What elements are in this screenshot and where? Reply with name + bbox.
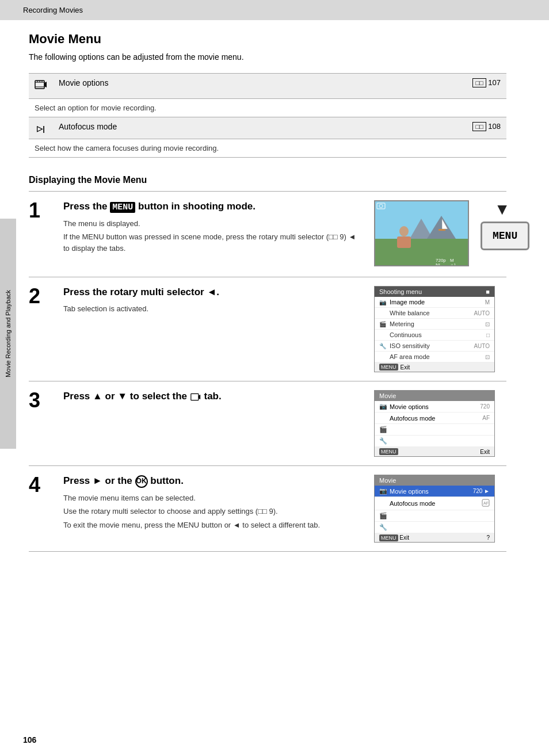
movie-menu-1-header: Movie (375, 391, 494, 401)
side-tab: Movie Recording and Playback (0, 219, 16, 449)
step-1: 1 Press the MENU button in shooting mode… (29, 192, 506, 277)
step-4-content: Press ► or the OK button. The movie menu… (63, 475, 363, 533)
svg-rect-11 (439, 229, 445, 231)
main-content: Movie Menu The following options can be … (0, 20, 529, 575)
camera-screen-1: 720p M NL ☼} (374, 200, 469, 266)
scene-svg: 720p M NL ☼} (375, 201, 469, 266)
step-2-number: 2 (29, 286, 52, 307)
af-icon: ▷| (37, 124, 45, 133)
page-title: Movie Menu (29, 32, 506, 47)
step-1-title: Press the MENU button in shooting mode. (63, 200, 363, 213)
step-2-content: Press the rotary multi selector ◄. Tab s… (63, 286, 363, 317)
step-2-illustration: Shooting menu ■ 📷 Image mode M White bal… (374, 286, 506, 372)
options-table: Movie options □□ 107 Select an option fo… (29, 73, 506, 158)
movie-menu-2-item-af: Autofocus mode AF (375, 497, 494, 510)
shooting-menu-header: Shooting menu ■ (375, 287, 494, 297)
down-arrow-icon: ▼ (475, 200, 529, 219)
movie-menu-2-footer: MENU Exit ? (375, 533, 494, 542)
movie-menu-2-item-3: 🎬 (375, 510, 494, 522)
step-1-content: Press the MENU button in shooting mode. … (63, 200, 363, 256)
option-row-1-desc: Select an option for movie recording. (29, 99, 506, 117)
step-2: 2 Press the rotary multi selector ◄. Tab… (29, 277, 506, 381)
step-3: 3 Press ▲ or ▼ to select the tab. Movie (29, 381, 506, 466)
option-2-desc: Select how the camera focuses during mov… (29, 139, 506, 158)
step-2-title: Press the rotary multi selector ◄. (63, 286, 363, 299)
step-4-title: Press ► or the OK button. (63, 475, 363, 488)
movie-menu-1-item-3: 🎬 (375, 424, 494, 436)
ok-button-icon: OK (135, 475, 148, 488)
page-number: 106 (23, 735, 36, 744)
shooting-menu-footer: MENU Exit (375, 362, 494, 372)
movie-menu-1-item-options: 📷 Movie options 720 (375, 401, 494, 413)
top-bar: Recording Movies (0, 0, 549, 20)
option-2-page: □□ 108 (342, 117, 506, 139)
shooting-menu-item-continuous: Continuous □ (375, 330, 494, 341)
af-val-icon: AF (482, 499, 490, 507)
step-1-desc: The menu is displayed. If the MENU butto… (63, 218, 363, 254)
option-row-1: Movie options □□ 107 (29, 74, 506, 99)
step-4-illustration: Movie 📷 Movie options 720 ► Autofocus mo… (374, 475, 506, 543)
option-2-icon: ▷| (29, 117, 53, 139)
shooting-menu-item-iso: 🔧 ISO sensitivity AUTO (375, 341, 494, 352)
movie-menu-2-header: Movie (375, 475, 494, 486)
shooting-menu-item-af: AF area mode ⊡ (375, 352, 494, 362)
option-1-desc: Select an option for movie recording. (29, 99, 506, 117)
step-3-content: Press ▲ or ▼ to select the tab. (63, 390, 363, 407)
side-tab-label: Movie Recording and Playback (5, 290, 12, 377)
movie-menu-2-item-options: 📷 Movie options 720 ► (375, 486, 494, 497)
step-1-illustration: 720p M NL ☼} ▼ MENU (374, 200, 506, 268)
svg-rect-14 (397, 236, 411, 248)
movie-menu-1-footer: MENU Exit (375, 447, 494, 456)
menu-button-box: MENU (481, 222, 529, 250)
step-1-number: 1 (29, 200, 52, 221)
svg-rect-21 (191, 394, 199, 400)
option-1-icon (29, 74, 53, 99)
step-4-number: 4 (29, 475, 52, 495)
svg-text:☼}: ☼} (450, 262, 456, 266)
step-4-desc: The movie menu items can be selected. Us… (63, 492, 363, 531)
intro-text: The following options can be adjusted fr… (29, 52, 506, 62)
option-1-title: Movie options (53, 74, 342, 99)
option-row-2: ▷| Autofocus mode □□ 108 (29, 117, 506, 139)
top-bar-label: Recording Movies (23, 6, 83, 14)
shooting-menu-screen: Shooting menu ■ 📷 Image mode M White bal… (374, 286, 495, 372)
option-2-title: Autofocus mode (53, 117, 342, 139)
shooting-menu-item-wb: White balance AUTO (375, 308, 494, 319)
svg-point-13 (399, 226, 409, 236)
movie-icon (35, 78, 47, 91)
step-3-number: 3 (29, 390, 52, 411)
option-row-2-desc: Select how the camera focuses during mov… (29, 139, 506, 158)
option-1-page: □□ 107 (342, 74, 506, 99)
svg-text:NL: NL (436, 262, 442, 266)
section-title: Displaying the Movie Menu (29, 175, 506, 185)
step-3-title: Press ▲ or ▼ to select the tab. (63, 390, 363, 403)
step-2-desc: Tab selection is activated. (63, 303, 363, 315)
movie-tab-icon (190, 392, 201, 402)
movie-menu-1-item-af: Autofocus mode AF (375, 413, 494, 424)
movie-menu-1-item-4: 🔧 (375, 436, 494, 447)
steps-container: 1 Press the MENU button in shooting mode… (29, 191, 506, 552)
menu-label-1: MENU (110, 202, 135, 213)
movie-menu-2-item-4: 🔧 (375, 522, 494, 533)
movie-menu-screen-2: Movie 📷 Movie options 720 ► Autofocus mo… (374, 475, 495, 543)
step-4: 4 Press ► or the OK button. The movie me… (29, 466, 506, 552)
shooting-menu-item-image-mode: 📷 Image mode M (375, 297, 494, 308)
svg-text:AF: AF (483, 501, 489, 505)
shooting-menu-item-metering: 🎬 Metering ⊡ (375, 319, 494, 330)
movie-menu-screen-1: Movie 📷 Movie options 720 Autofocus mode… (374, 390, 495, 457)
step-3-illustration: Movie 📷 Movie options 720 Autofocus mode… (374, 390, 506, 457)
